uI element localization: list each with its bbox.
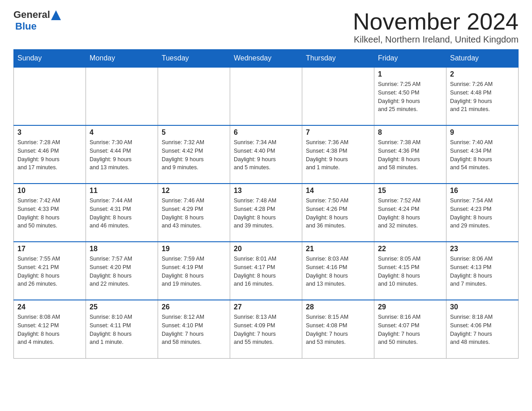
calendar-cell: 23Sunrise: 8:06 AM Sunset: 4:13 PM Dayli… <box>446 242 519 300</box>
calendar-cell: 22Sunrise: 8:05 AM Sunset: 4:15 PM Dayli… <box>374 242 446 300</box>
calendar-cell: 2Sunrise: 7:26 AM Sunset: 4:48 PM Daylig… <box>446 67 519 125</box>
calendar-cell <box>230 67 302 125</box>
day-number: 28 <box>306 303 370 311</box>
calendar-cell: 25Sunrise: 8:10 AM Sunset: 4:11 PM Dayli… <box>86 300 158 358</box>
calendar-week-row: 3Sunrise: 7:28 AM Sunset: 4:46 PM Daylig… <box>14 125 519 184</box>
calendar-day-header: Tuesday <box>158 50 230 68</box>
day-info: Sunrise: 7:34 AM Sunset: 4:40 PM Dayligh… <box>234 138 298 172</box>
calendar-cell: 3Sunrise: 7:28 AM Sunset: 4:46 PM Daylig… <box>14 125 86 184</box>
day-info: Sunrise: 7:57 AM Sunset: 4:20 PM Dayligh… <box>90 255 154 288</box>
day-number: 17 <box>17 245 82 253</box>
day-number: 18 <box>90 245 154 253</box>
calendar-day-header: Sunday <box>14 50 86 68</box>
day-info: Sunrise: 7:50 AM Sunset: 4:26 PM Dayligh… <box>306 197 370 230</box>
day-number: 5 <box>162 128 226 137</box>
day-number: 13 <box>234 187 298 195</box>
day-info: Sunrise: 7:28 AM Sunset: 4:46 PM Dayligh… <box>17 138 82 172</box>
logo-mark: General Blue <box>13 9 61 32</box>
calendar-cell: 19Sunrise: 7:59 AM Sunset: 4:19 PM Dayli… <box>158 242 230 300</box>
calendar-cell <box>302 67 374 125</box>
calendar-cell: 15Sunrise: 7:52 AM Sunset: 4:24 PM Dayli… <box>374 184 446 242</box>
logo-general-text: General <box>13 9 50 21</box>
day-number: 14 <box>306 187 370 195</box>
day-number: 29 <box>378 303 442 311</box>
calendar-cell: 10Sunrise: 7:42 AM Sunset: 4:33 PM Dayli… <box>14 184 86 242</box>
calendar-day-header: Monday <box>86 50 158 68</box>
calendar-cell: 20Sunrise: 8:01 AM Sunset: 4:17 PM Dayli… <box>230 242 302 300</box>
calendar-cell: 12Sunrise: 7:46 AM Sunset: 4:29 PM Dayli… <box>158 184 230 242</box>
day-info: Sunrise: 7:26 AM Sunset: 4:48 PM Dayligh… <box>450 80 515 114</box>
day-info: Sunrise: 8:01 AM Sunset: 4:17 PM Dayligh… <box>234 255 298 288</box>
calendar-week-row: 10Sunrise: 7:42 AM Sunset: 4:33 PM Dayli… <box>14 184 519 242</box>
day-info: Sunrise: 7:55 AM Sunset: 4:21 PM Dayligh… <box>17 255 82 288</box>
day-info: Sunrise: 7:38 AM Sunset: 4:36 PM Dayligh… <box>378 138 442 172</box>
day-number: 12 <box>162 187 226 195</box>
day-number: 26 <box>162 303 226 311</box>
day-info: Sunrise: 7:44 AM Sunset: 4:31 PM Dayligh… <box>90 197 154 230</box>
calendar-cell: 11Sunrise: 7:44 AM Sunset: 4:31 PM Dayli… <box>86 184 158 242</box>
day-number: 1 <box>378 70 442 78</box>
title-area: November 2024 Kilkeel, Northern Ireland,… <box>353 9 519 45</box>
day-number: 22 <box>378 245 442 253</box>
logo: General Blue <box>13 9 61 32</box>
calendar-day-header: Friday <box>374 50 446 68</box>
day-number: 4 <box>90 128 154 137</box>
day-number: 19 <box>162 245 226 253</box>
day-info: Sunrise: 8:13 AM Sunset: 4:09 PM Dayligh… <box>234 313 298 347</box>
calendar-cell: 28Sunrise: 8:15 AM Sunset: 4:08 PM Dayli… <box>302 300 374 358</box>
calendar-cell: 13Sunrise: 7:48 AM Sunset: 4:28 PM Dayli… <box>230 184 302 242</box>
day-info: Sunrise: 7:42 AM Sunset: 4:33 PM Dayligh… <box>17 197 82 230</box>
day-info: Sunrise: 7:30 AM Sunset: 4:44 PM Dayligh… <box>90 138 154 172</box>
day-info: Sunrise: 7:40 AM Sunset: 4:34 PM Dayligh… <box>450 138 515 172</box>
day-number: 8 <box>378 128 442 137</box>
calendar-day-header: Saturday <box>446 50 519 68</box>
calendar-cell <box>86 67 158 125</box>
calendar-cell: 18Sunrise: 7:57 AM Sunset: 4:20 PM Dayli… <box>86 242 158 300</box>
calendar-cell <box>158 67 230 125</box>
calendar-cell: 26Sunrise: 8:12 AM Sunset: 4:10 PM Dayli… <box>158 300 230 358</box>
calendar-cell: 8Sunrise: 7:38 AM Sunset: 4:36 PM Daylig… <box>374 125 446 184</box>
day-number: 15 <box>378 187 442 195</box>
day-info: Sunrise: 7:46 AM Sunset: 4:29 PM Dayligh… <box>162 197 226 230</box>
calendar-table: SundayMondayTuesdayWednesdayThursdayFrid… <box>13 49 519 359</box>
calendar-cell: 6Sunrise: 7:34 AM Sunset: 4:40 PM Daylig… <box>230 125 302 184</box>
location-title: Kilkeel, Northern Ireland, United Kingdo… <box>353 34 519 45</box>
day-number: 21 <box>306 245 370 253</box>
day-number: 10 <box>17 187 82 195</box>
calendar-cell <box>14 67 86 125</box>
day-info: Sunrise: 8:06 AM Sunset: 4:13 PM Dayligh… <box>450 255 515 288</box>
calendar-cell: 7Sunrise: 7:36 AM Sunset: 4:38 PM Daylig… <box>302 125 374 184</box>
day-info: Sunrise: 7:32 AM Sunset: 4:42 PM Dayligh… <box>162 138 226 172</box>
day-info: Sunrise: 8:05 AM Sunset: 4:15 PM Dayligh… <box>378 255 442 288</box>
day-info: Sunrise: 8:16 AM Sunset: 4:07 PM Dayligh… <box>378 313 442 347</box>
calendar-week-row: 17Sunrise: 7:55 AM Sunset: 4:21 PM Dayli… <box>14 242 519 300</box>
logo-triangle-icon <box>51 10 61 20</box>
calendar-cell: 29Sunrise: 8:16 AM Sunset: 4:07 PM Dayli… <box>374 300 446 358</box>
calendar-cell: 17Sunrise: 7:55 AM Sunset: 4:21 PM Dayli… <box>14 242 86 300</box>
day-info: Sunrise: 7:52 AM Sunset: 4:24 PM Dayligh… <box>378 197 442 230</box>
calendar-cell: 21Sunrise: 8:03 AM Sunset: 4:16 PM Dayli… <box>302 242 374 300</box>
logo-blue-text: Blue <box>15 21 37 32</box>
calendar-header-row: SundayMondayTuesdayWednesdayThursdayFrid… <box>14 50 519 68</box>
day-number: 30 <box>450 303 515 311</box>
calendar-week-row: 24Sunrise: 8:08 AM Sunset: 4:12 PM Dayli… <box>14 300 519 358</box>
day-number: 9 <box>450 128 515 137</box>
svg-marker-0 <box>51 10 61 20</box>
day-number: 20 <box>234 245 298 253</box>
day-info: Sunrise: 8:12 AM Sunset: 4:10 PM Dayligh… <box>162 313 226 347</box>
day-number: 25 <box>90 303 154 311</box>
day-info: Sunrise: 8:15 AM Sunset: 4:08 PM Dayligh… <box>306 313 370 347</box>
calendar-cell: 27Sunrise: 8:13 AM Sunset: 4:09 PM Dayli… <box>230 300 302 358</box>
day-info: Sunrise: 7:25 AM Sunset: 4:50 PM Dayligh… <box>378 80 442 114</box>
calendar-day-header: Thursday <box>302 50 374 68</box>
day-info: Sunrise: 7:36 AM Sunset: 4:38 PM Dayligh… <box>306 138 370 172</box>
day-number: 24 <box>17 303 82 311</box>
day-number: 2 <box>450 70 515 78</box>
calendar-day-header: Wednesday <box>230 50 302 68</box>
day-info: Sunrise: 8:08 AM Sunset: 4:12 PM Dayligh… <box>17 313 82 347</box>
day-info: Sunrise: 7:54 AM Sunset: 4:23 PM Dayligh… <box>450 197 515 230</box>
day-number: 27 <box>234 303 298 311</box>
calendar-week-row: 1Sunrise: 7:25 AM Sunset: 4:50 PM Daylig… <box>14 67 519 125</box>
calendar-cell: 24Sunrise: 8:08 AM Sunset: 4:12 PM Dayli… <box>14 300 86 358</box>
month-title: November 2024 <box>353 9 519 34</box>
